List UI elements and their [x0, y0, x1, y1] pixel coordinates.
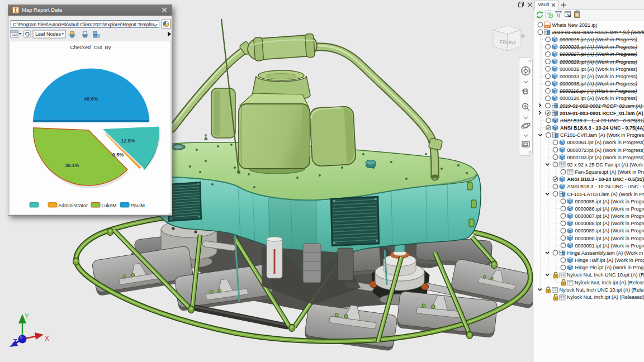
- svg-text:0000089.ipt (A) (Work in Progr: 0000089.ipt (A) (Work in Progress): [575, 228, 644, 234]
- svg-text:0000027.ipt (A) (Work in Progr: 0000027.ipt (A) (Work in Progress): [560, 51, 637, 57]
- svg-text:0000090.ipt (A) (Work in Progr: 0000090.ipt (A) (Work in Progress): [575, 236, 644, 241]
- svg-text:Nylock Nut, Inch.ipt (A) (Rele: Nylock Nut, Inch.ipt (A) (Released): [575, 280, 644, 285]
- svg-text:ANSI B18.6.3 - 10-24 UNC - 0.7: ANSI B18.6.3 - 10-24 UNC - 0.75(4A).ipt: [560, 125, 644, 131]
- svg-text:12.8%: 12.8%: [121, 138, 135, 144]
- svg-text:0000088.ipt (A) (Work in Progr: 0000088.ipt (A) (Work in Progress): [575, 221, 644, 226]
- svg-text:0000029.ipt (A) (Work in Progr: 0000029.ipt (A) (Work in Progress): [560, 59, 637, 65]
- svg-text:0000035.ipt (A) (Work in Progr: 0000035.ipt (A) (Work in Progress): [560, 81, 637, 87]
- svg-text:Nylock Nut, Inch UNC 10.ipt (A: Nylock Nut, Inch UNC 10.ipt (A) (Release…: [567, 272, 644, 278]
- svg-text:2019-01-002-0001 RCCF_02.iam (: 2019-01-002-0001 RCCF_02.iam (A) (Work i…: [559, 103, 644, 109]
- svg-text:Hinge Asssembly.iam (A) (Work: Hinge Asssembly.iam (A) (Work in Progres…: [567, 250, 644, 256]
- svg-text:ANSI B18.3 - 10-24 UNC - 0.5(3: ANSI B18.3 - 10-24 UNC - 0.5(31).ipt: [567, 177, 644, 182]
- svg-text:2019-01-001-0001 RCCF.iam * (C: 2019-01-001-0001 RCCF.iam * (C) (Work in…: [552, 30, 644, 35]
- svg-text:Administrator: Administrator: [58, 203, 88, 208]
- svg-text:92 x 92 x 25 DC Fan.ipt (A) (W: 92 x 92 x 25 DC Fan.ipt (A) (Work in Pro…: [567, 162, 644, 168]
- svg-text:ANSI B18.3 - 10-24 UNC - UNC -: ANSI B18.3 - 10-24 UNC - UNC - 0.5(1A).i…: [567, 184, 644, 189]
- svg-text:48.6%: 48.6%: [84, 96, 98, 102]
- svg-text:CF101-CVR.iam (A) (Work in Pro: CF101-CVR.iam (A) (Work in Progress): [560, 132, 644, 138]
- svg-text:0.5%: 0.5%: [112, 152, 124, 158]
- svg-text:2019-01-003-0001 RCCF_01.iam (: 2019-01-003-0001 RCCF_01.iam (A): [560, 111, 643, 116]
- svg-text:CF101-LATCH.iam (A) (Work in P: CF101-LATCH.iam (A) (Work in Progress): [567, 192, 644, 197]
- svg-text:0000026.ipt (A) (Work in Progr: 0000026.ipt (A) (Work in Progress): [560, 44, 637, 50]
- svg-text:0000072.ipt (A) (Work in Progr: 0000072.ipt (A) (Work in Progress): [567, 147, 644, 153]
- svg-text:PaulM: PaulM: [131, 203, 145, 208]
- svg-text:ANSI B18.3 - 1_4 20 UNC - 0.62: ANSI B18.3 - 1_4 20 UNC - 0.625(31).ipt: [560, 118, 644, 123]
- svg-text:LukeM: LukeM: [102, 203, 117, 208]
- svg-text:Nylock Nut, Inch.ipt (A) (Rele: Nylock Nut, Inch.ipt (A) (Released): [567, 294, 644, 300]
- svg-text:0000091.ipt (A) (Work in Progr: 0000091.ipt (A) (Work in Progress): [575, 243, 644, 249]
- svg-text:0000015.ipt (A) (Work in Progr: 0000015.ipt (A) (Work in Progress): [560, 37, 637, 42]
- svg-text:0000116.ipt (A) (Work in Progr: 0000116.ipt (A) (Work in Progress): [560, 88, 637, 94]
- svg-text:0000085.ipt (A) (Work in Progr: 0000085.ipt (A) (Work in Progress): [575, 199, 644, 204]
- svg-text:Whats New 2021.ipj: Whats New 2021.ipj: [552, 22, 597, 28]
- svg-text:0000086.ipt (A) (Work in Progr: 0000086.ipt (A) (Work in Progress): [575, 206, 644, 212]
- svg-text:0000061.ipt (A) (Work in Progr: 0000061.ipt (A) (Work in Progress): [567, 140, 644, 145]
- svg-text:Fan-Square.ipt (A) (Work in Pr: Fan-Square.ipt (A) (Work in Progress): [575, 169, 644, 175]
- svg-text:0000103.ipt (A) (Work in Progr: 0000103.ipt (A) (Work in Progress): [567, 155, 644, 160]
- svg-text:0000032.ipt (A) (Work in Progr: 0000032.ipt (A) (Work in Progress): [560, 66, 637, 72]
- svg-text:Hinge Pin.ipt (A) (Work in Pro: Hinge Pin.ipt (A) (Work in Progress): [575, 265, 644, 270]
- svg-text:0000033.ipt (A) (Work in Progr: 0000033.ipt (A) (Work in Progress): [560, 74, 637, 79]
- svg-text:0000120.ipt (A) (Work in Progr: 0000120.ipt (A) (Work in Progress): [560, 96, 637, 101]
- svg-text:Hinge Half.ipt (A) (Work in Pr: Hinge Half.ipt (A) (Work in Progress): [575, 258, 644, 263]
- svg-text:Nylock Nut, Inch UNC 10.ipt (A: Nylock Nut, Inch UNC 10.ipt (A) (Release…: [560, 287, 644, 293]
- svg-text:0000087.ipt (A) (Work in Progr: 0000087.ipt (A) (Work in Progress): [575, 213, 644, 219]
- svg-text:38.1%: 38.1%: [65, 163, 79, 168]
